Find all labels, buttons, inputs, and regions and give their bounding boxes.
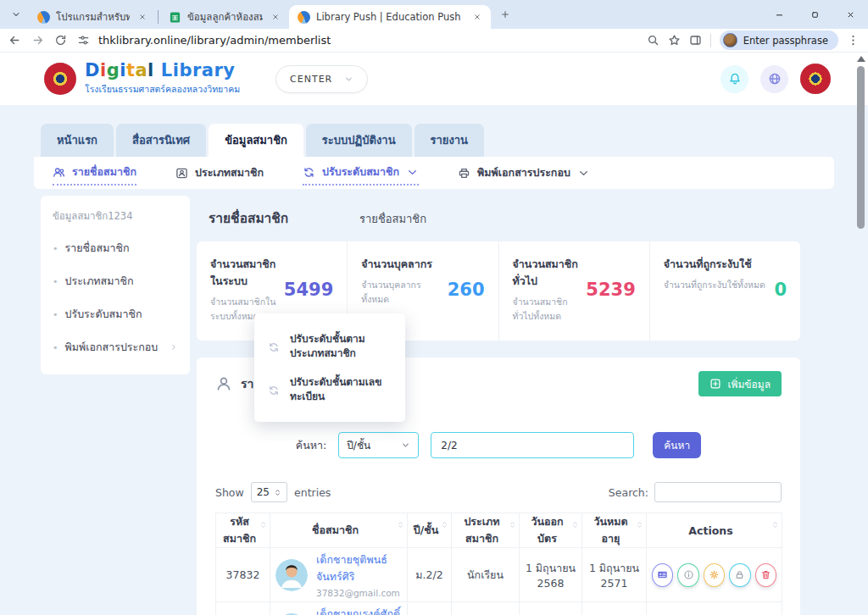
center-dropdown-button[interactable]: CENTER [275,65,368,93]
info-button[interactable] [677,563,698,587]
filter-select[interactable]: ปี/ชั้น [338,432,419,458]
people-icon [53,166,65,179]
stat-general-members: จำนวนสมาชิกทั่วไป จำนวนสมาชิกทั่วไปทั้งห… [499,241,650,341]
tab-search-button[interactable] [5,3,27,25]
col-actions[interactable]: Actions [647,513,782,548]
col-label: Actions [688,524,732,537]
stat-title: จำนวนบุคลากร [361,256,442,273]
refresh-icon [268,334,280,362]
member-card-button[interactable] [652,563,673,587]
reload-button[interactable] [54,34,67,47]
member-class: ม.2/2 [408,602,452,615]
table-row: 37832 เด็กชายชุติพนธ์ จันทร์ศิริ 37832@g… [216,548,782,602]
person-icon [215,375,232,392]
site-header: DigitalLibrary โรงเรียนธรรมศาสตร์คลองหลว… [0,53,868,105]
search-button[interactable]: ค้นหา [653,432,701,458]
lock-button[interactable] [729,563,750,587]
sidebar-item-upgrade-members[interactable]: ปรับระดับสมาชิก [53,306,178,323]
menu-item-upgrade-by-registration[interactable]: ปรับระดับชั้นตามเลขทะเบียน [254,368,405,412]
stat-title: จำนวนสมาชิกในระบบ [210,256,279,290]
tab-operations[interactable]: ระบบปฏิบัติงาน [306,124,412,157]
back-button[interactable] [8,34,21,47]
browser-menu-button[interactable] [847,34,860,47]
member-name-link[interactable]: เด็กชายชุติพนธ์ จันทร์ศิริ [316,551,402,585]
badge-icon [175,167,188,180]
sort-icon [771,521,779,529]
profile-passphrase-button[interactable]: Enter passphrase [720,30,838,50]
subnav-print-documents[interactable]: พิมพ์เอกสารประกอบ [458,164,590,181]
browser-tab-1[interactable]: โปรแกรมสำหรับทดลองใช้ | ILIBRAR [29,5,156,29]
globe-icon [768,72,782,86]
table-search-label: Search: [609,486,648,499]
subnav-label: ปรับระดับสมาชิก [322,163,399,180]
bookmark-star-icon[interactable] [668,34,681,47]
lock-icon [734,569,745,580]
browser-tab-active[interactable]: Library Push | Education Push [289,5,491,29]
member-name-link[interactable]: เด็กชายณรงค์ศักดิ์ อนุสิ [316,606,402,615]
subnav-label: พิมพ์เอกสารประกอบ [477,164,570,181]
stat-value: 260 [442,280,485,300]
refresh-icon [303,166,315,179]
heading-row: รายชื่อสมาชิก รายชื่อสมาชิก [209,208,800,230]
forward-button[interactable] [31,34,44,47]
page-size-select[interactable]: 25 [251,482,287,502]
maximize-button[interactable] [797,0,832,29]
tab-title: โปรแกรมสำหรับทดลองใช้ | ILIBRAR [56,9,130,25]
side-panel-icon[interactable] [689,34,702,47]
sidebar-item-print-documents[interactable]: พิมพ์เอกสารประกอบ [53,339,178,356]
col-issue-date[interactable]: วันออกบัตร [520,513,582,548]
profile-label: Enter passphrase [743,35,828,47]
tab-close-icon[interactable] [136,10,149,24]
subnav-member-list[interactable]: รายชื่อสมาชิก [53,160,136,186]
issue-date: 1 มิถุนายน 2568 [520,548,582,602]
sidebar-item-member-list[interactable]: รายชื่อสมาชิก [53,240,178,257]
scrollbar-up-arrow[interactable] [857,56,865,62]
new-tab-button[interactable] [494,3,516,25]
member-id: 37833 [216,602,270,615]
zoom-icon[interactable] [647,34,659,47]
col-label: ชื่อสมาชิก [312,524,359,536]
menu-item-upgrade-by-type[interactable]: ปรับระดับชั้นตามประเภทสมาชิก [254,325,405,368]
col-label: วันออกบัตร [531,515,563,545]
col-member-type[interactable]: ประเภทสมาชิก [452,513,520,548]
subnav-member-types[interactable]: ประเภทสมาชิก [175,164,264,181]
table-search: Search: [609,482,782,502]
chevron-down-icon [406,166,419,179]
table-search-input[interactable] [654,482,782,502]
tab-close-icon[interactable] [470,10,484,24]
col-class[interactable]: ปี/ชั้น [408,513,452,548]
site-settings-icon[interactable] [77,34,90,47]
expiry-date: 1 มิถุนายน 2571 [582,548,647,602]
tab-member-data[interactable]: ข้อมูลสมาชิก [209,124,303,157]
col-member-name[interactable]: ชื่อสมาชิก [270,513,408,548]
add-data-button[interactable]: เพิ่มข้อมูล [698,371,782,396]
member-name-cell: เด็กชายชุติพนธ์ จันทร์ศิริ 37832@gmail.c… [275,551,402,598]
brand-subtitle: โรงเรียนธรรมศาสตร์คลองหลวงวิทยาคม [85,82,240,97]
address-bar[interactable]: thklibrary.online/library/admin/memberli… [77,34,637,47]
col-member-id[interactable]: รหัสสมาชิก [216,513,270,548]
tab-divider [158,10,159,24]
tab-reports[interactable]: รายงาน [415,124,484,157]
tab-home[interactable]: หน้าแรก [41,124,114,157]
delete-button[interactable] [755,563,776,587]
scrollbar-thumb[interactable] [857,66,865,229]
subnav-upgrade-members[interactable]: ปรับระดับสมาชิก [303,160,419,186]
url-text[interactable]: thklibrary.online/library/admin/memberli… [98,34,331,47]
filter-input[interactable] [431,432,634,458]
col-expiry-date[interactable]: วันหมดอายุ [582,513,647,548]
tab-media[interactable]: สื่อสารนิเทศ [116,124,206,157]
stat-suspended: จำนวนที่ถูกระงับใช้ จำนวนที่ถูกระงับใช้ท… [650,241,800,341]
member-id: 37832 [216,548,270,602]
tab-close-icon[interactable] [269,10,282,24]
google-sheets-favicon [169,11,181,24]
minimize-button[interactable] [761,0,797,29]
notifications-button[interactable] [721,65,748,93]
sidebar-item-member-types[interactable]: ประเภทสมาชิก [53,273,178,290]
filter-select-value: ปี/ชั้น [347,437,370,453]
close-button[interactable] [832,0,868,29]
settings-button[interactable] [704,563,725,587]
language-button[interactable] [760,65,788,93]
browser-tab-2[interactable]: ข้อมูลลูกค้าห้องสมุด - Google ชีต [160,5,289,29]
sidebar: ข้อมูลสมาชิก1234 รายชื่อสมาชิก ประเภทสมา… [41,196,190,374]
user-avatar[interactable] [800,64,831,94]
